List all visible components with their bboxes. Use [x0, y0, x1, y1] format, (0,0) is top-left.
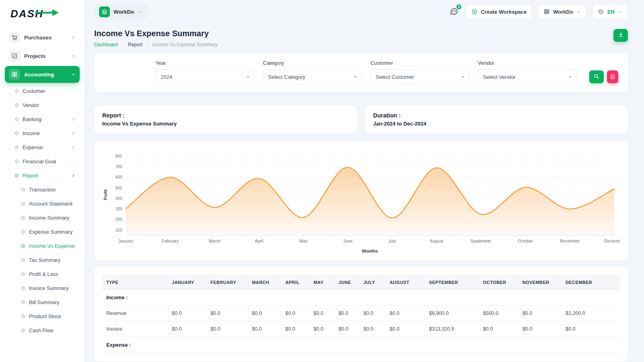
table-cell: $0.0 — [334, 321, 359, 337]
main-area: WorkDo 0 Create Workspace — [85, 0, 644, 362]
breadcrumb-item-report[interactable]: Report — [128, 42, 142, 47]
language-selector[interactable]: EN — [592, 4, 628, 19]
filter-label-year: Year — [155, 60, 254, 66]
svg-text:Months: Months — [362, 249, 378, 253]
dot-circle-icon — [21, 272, 25, 276]
table-row: Revenue$0.0$0.0$0.0$0.0$0.0$0.0$0.0$0.0$… — [102, 305, 620, 321]
download-button[interactable] — [613, 29, 628, 42]
sidebar-item-customer[interactable]: Customer — [5, 84, 80, 98]
sidebar-item-label: Bill Summary — [29, 299, 59, 305]
chevron-down-icon — [618, 10, 622, 14]
sidebar-item-projects[interactable]: Projects — [5, 47, 80, 64]
dot-circle-icon — [21, 230, 25, 234]
messages-badge: 0 — [456, 4, 462, 10]
search-button[interactable] — [589, 70, 604, 83]
svg-text:October: October — [518, 239, 533, 243]
svg-text:February: February — [162, 239, 179, 243]
sidebar-item-expense-summary[interactable]: Expense Summary — [5, 225, 80, 239]
sidebar-item-vendor[interactable]: Vendor — [5, 99, 80, 112]
messages-button[interactable]: 0 — [450, 7, 458, 17]
sidebar-item-transaction[interactable]: Transaction — [5, 183, 80, 196]
dot-circle-icon — [14, 103, 19, 107]
table-cell: $0.0 — [310, 321, 334, 337]
svg-text:100: 100 — [116, 228, 122, 232]
table-row: Invoice$0.0$0.0$0.0$0.0$0.0$0.0$0.0$0.0$… — [102, 321, 620, 337]
sidebar-item-financial-goal[interactable]: Financial Goal — [5, 155, 80, 168]
duration-card-title: Duration : — [373, 112, 620, 119]
table-cell — [310, 289, 334, 305]
table-cell: $0.0 — [479, 321, 518, 337]
category-select[interactable]: Select Category — [263, 69, 362, 84]
customer-select[interactable]: Select Customer — [370, 69, 469, 84]
summary-table: TYPEJANUARYFEBRUARYMARCHAPRILMAYJUNEJULY… — [102, 275, 620, 353]
sidebar-item-income-vs-expense[interactable]: Income Vs Expense — [5, 239, 80, 253]
chevron-down-icon — [576, 10, 581, 14]
table-cell — [359, 289, 386, 305]
filter-fields: Year2024CategorySelect CategoryCustomerS… — [155, 60, 580, 84]
table-cell — [518, 289, 561, 305]
svg-text:March: March — [209, 239, 221, 243]
svg-text:600: 600 — [116, 175, 122, 179]
table-header-july: JULY — [359, 275, 386, 289]
sidebar-item-banking[interactable]: Banking — [5, 113, 80, 126]
sidebar-item-expense[interactable]: Expense — [5, 141, 80, 154]
row-label: Invoice — [102, 321, 168, 337]
sidebar-item-purchases[interactable]: Purchases — [5, 29, 80, 46]
logo-text: DASH — [10, 8, 43, 20]
apps-grid-icon — [543, 8, 550, 15]
topbar: WorkDo 0 Create Workspace — [85, 0, 644, 23]
svg-text:November: November — [560, 239, 580, 243]
breadcrumb-item-income-vs-expense-summary: Income Vs Expense Summary — [153, 42, 217, 47]
year-select[interactable]: 2024 — [155, 69, 254, 84]
sidebar-item-profit-loss[interactable]: Profit & Loss — [5, 267, 80, 281]
topbar-actions: 0 Create Workspace WorkDo — [450, 4, 628, 19]
duration-card: Duration : Jan-2024 to Dec-2024 — [365, 106, 628, 133]
breadcrumb-item-dashboard[interactable]: Dashboard — [94, 42, 118, 47]
table-cell — [168, 289, 206, 305]
table-card: TYPEJANUARYFEBRUARYMARCHAPRILMAYJUNEJULY… — [94, 267, 628, 361]
sidebar-item-income-summary[interactable]: Income Summary — [5, 211, 80, 224]
create-workspace-button[interactable]: Create Workspace — [466, 4, 532, 19]
sidebar-item-cash-flow[interactable]: Cash Flow — [5, 324, 80, 337]
vendor-select[interactable]: Select Vendor — [478, 69, 577, 84]
table-header-june: JUNE — [334, 275, 359, 289]
sidebar-item-income[interactable]: Income — [5, 127, 80, 140]
chevron-right-icon — [71, 35, 76, 40]
table-cell: $0.0 — [281, 305, 310, 321]
language-label: EN — [607, 9, 615, 15]
sidebar-item-bill-summary[interactable]: Bill Summary — [5, 296, 80, 309]
workspace-selector[interactable]: WorkDo — [94, 4, 147, 20]
table-cell — [359, 337, 386, 353]
dot-circle-icon — [21, 216, 25, 220]
table-cell: $0.0 — [310, 305, 334, 321]
sidebar-item-accounting[interactable]: Accounting — [5, 66, 80, 83]
sidebar-item-product-stock[interactable]: Product Stock — [5, 310, 80, 323]
sidebar-item-account-statement[interactable]: Account Statement — [5, 197, 80, 210]
reset-button[interactable] — [607, 70, 618, 83]
svg-text:300: 300 — [116, 207, 122, 211]
sidebar-item-report[interactable]: Report — [5, 169, 80, 182]
table-cell — [425, 289, 479, 305]
sidebar-item-tax-summary[interactable]: Tax Summary — [5, 253, 80, 267]
table-section-row: Expense : — [102, 337, 620, 353]
svg-text:200: 200 — [116, 217, 122, 222]
svg-text:June: June — [343, 239, 353, 243]
breadcrumb: DashboardReportIncome Vs Expense Summary — [94, 42, 217, 47]
sidebar-item-label: Account Statement — [29, 201, 72, 207]
workdo-menu-button[interactable]: WorkDo — [538, 4, 586, 19]
cart-icon — [9, 32, 20, 43]
app-logo[interactable]: DASH — [4, 5, 80, 27]
sidebar-item-label: Purchases — [24, 35, 52, 41]
table-cell — [479, 337, 518, 353]
table-header-april: APRIL — [281, 275, 310, 289]
logo-arrow-head-icon — [52, 9, 59, 16]
table-cell — [248, 289, 281, 305]
section-label: Expense : — [102, 337, 168, 353]
duration-card-value: Jan-2024 to Dec-2024 — [373, 121, 620, 127]
chevron-right-icon — [71, 54, 76, 58]
sidebar-item-label: Expense — [23, 144, 43, 150]
sidebar-item-label: Transaction — [29, 187, 56, 193]
sidebar-item-label: Income Vs Expense — [29, 243, 75, 249]
chart-card: 100200300400500600700800JanuaryFebruaryM… — [94, 141, 628, 260]
sidebar-item-invoice-summary[interactable]: Invoice Summary — [5, 282, 80, 295]
